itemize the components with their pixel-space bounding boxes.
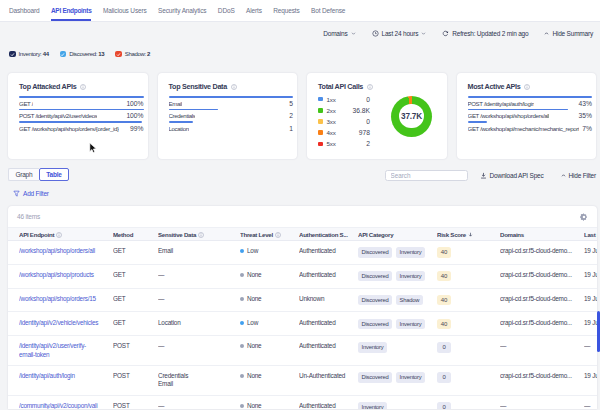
column-header-last-u[interactable]: Last u [584, 231, 597, 238]
table-row: /community/api/v2/coupon/valiPOST—NoneAu… [8, 396, 597, 409]
cell-api-endpoint[interactable]: /identity/api/v2/vehicle/vehicles [19, 312, 113, 335]
category-badges: DiscoveredInventory [358, 319, 433, 329]
summary-card-top-sensitive-data: Top Sensitive DataEmail5Credentials2Loca… [158, 73, 298, 159]
hide-filter-toggle[interactable]: Hide Filter [561, 172, 596, 179]
table-body: /workshop/api/shop/orders/allGETEmailLow… [8, 241, 597, 409]
sensitive-data-item: Email [158, 247, 236, 255]
cell-api-endpoint[interactable]: /identity/api/auth/login [19, 366, 113, 395]
cell-api-endpoint[interactable]: /workshop/api/shop/orders/15 [19, 289, 113, 312]
filter-checkbox-shadow[interactable]: Shadow: 2 [115, 51, 150, 58]
filter-checkbox-inventory[interactable]: Inventory: 44 [9, 51, 49, 58]
time-range-label: Last 24 hours [382, 30, 419, 37]
column-header-risk-score[interactable]: Risk Score [437, 231, 500, 238]
cell-api-endpoint[interactable]: /workshop/api/shop/orders/all [19, 241, 113, 264]
search-input[interactable] [385, 170, 468, 181]
cell-threat-level: None [240, 289, 299, 312]
page-toolbar: Domains Last 24 hours Refresh: Updated 2… [0, 22, 600, 44]
cell-domains: — [500, 396, 584, 409]
category-badge-inventory: Inventory [358, 402, 387, 409]
card-bar-row: GET /workshop/api/shop/orders/{order_id}… [19, 121, 144, 132]
cell-api-endpoint[interactable]: /workshop/api/shop/products [19, 265, 113, 288]
category-badges: DiscoveredInventory [358, 247, 433, 257]
nav-tab-ddos[interactable]: DDoS [218, 0, 235, 22]
last-updated-value: 19 Jul [584, 271, 597, 278]
bar-fill [169, 109, 219, 111]
refresh-button[interactable]: Refresh: Updated 2 min ago [442, 30, 528, 37]
column-header-label: Domains [500, 231, 524, 238]
legend-label: 5xx [327, 140, 336, 147]
card-title: Most Active APIs [468, 82, 521, 91]
filter-checkbox-discovered[interactable]: Discovered: 13 [60, 51, 105, 58]
bar-item-value: 7% [582, 125, 592, 132]
category-badges: DiscoveredInventory [358, 372, 433, 382]
bar-item-value: 35% [579, 112, 592, 119]
table-row: /workshop/api/shop/productsGET—NoneAuthe… [8, 265, 597, 289]
hide-summary-toggle[interactable]: Hide Summary [544, 30, 593, 37]
domains-dropdown[interactable]: Domains [323, 30, 355, 37]
cell-api-category: DiscoveredInventory [358, 366, 437, 395]
nav-tab-api-endpoints[interactable]: API Endpoints [51, 0, 92, 22]
category-badge-inventory: Inventory [396, 372, 425, 382]
cell-domains: crapi-cd.sr.f5-cloud-demo... [500, 241, 584, 264]
cell-last-updated: 19 Jul [584, 289, 597, 312]
download-icon [480, 172, 487, 179]
nav-tab-dashboard[interactable]: Dashboard [9, 0, 39, 22]
cell-risk-score: 0 [437, 366, 500, 395]
column-header-authentication-s-[interactable]: Authentication S... [299, 231, 358, 238]
table-items-bar: 46 items [8, 206, 597, 227]
card-bar-row: POST /identity/api/v2/user/videos100% [19, 109, 144, 120]
filter-funnel-icon [13, 190, 20, 197]
bar-label-row: POST /identity/api/v2/user/videos100% [19, 112, 144, 119]
nav-tab-malicious-users[interactable]: Malicious Users [103, 0, 147, 22]
bar-track [468, 109, 593, 111]
nav-tab-security-analytics[interactable]: Security Analytics [158, 0, 206, 22]
category-badge-discovered: Discovered [358, 372, 392, 382]
cell-domains: crapi-cd.sr.f5-cloud-demo... [500, 366, 584, 395]
nav-tab-requests[interactable]: Requests [273, 0, 299, 22]
domain-value: — [500, 342, 506, 349]
cell-sensitive-data: Email [158, 241, 240, 264]
column-header-sensitive-data[interactable]: Sensitive Data [158, 231, 240, 238]
column-header-api-category[interactable]: API Category [358, 231, 437, 238]
card-bar-list: POST /identity/api/auth/login43%GET /wor… [468, 96, 593, 132]
legend-entry-1xx: 1xx0 [318, 94, 370, 105]
card-bar-row: GET /workshop/api/mechanic/mechanic_repo… [468, 121, 593, 132]
vertical-scrollbar-thumb[interactable] [597, 311, 600, 352]
last-updated-value: 19 Jul [584, 295, 597, 302]
card-bar-row: GET /100% [19, 96, 144, 107]
threat-level-dot [240, 321, 244, 325]
cell-sensitive-data: — [158, 396, 240, 409]
add-filter-button[interactable]: Add Filter [13, 189, 59, 198]
cell-api-endpoint[interactable]: /community/api/v2/coupon/vali [19, 396, 113, 409]
category-badges: Inventory [358, 402, 433, 409]
column-header-method[interactable]: Method [113, 231, 158, 238]
cell-last-updated: 19 Jul [584, 312, 597, 335]
column-header-domains[interactable]: Domains [500, 231, 584, 238]
cell-api-endpoint[interactable]: /identity/api/v2/user/verify-email-token [19, 336, 113, 365]
table-view-button[interactable]: Table [39, 168, 69, 181]
cell-last-updated: 19 Jul [584, 265, 597, 288]
nav-tab-bot-defense[interactable]: Bot Defense [311, 0, 345, 22]
domain-value: crapi-cd.sr.f5-cloud-demo... [500, 319, 572, 326]
cell-sensitive-data: — [158, 336, 240, 365]
cell-risk-score: 40 [437, 312, 500, 335]
chevron-down-icon [421, 31, 426, 36]
graph-view-button[interactable]: Graph [8, 168, 39, 181]
filter-count: 2 [147, 51, 150, 57]
cell-domains: — [500, 336, 584, 365]
cell-api-category: Inventory [358, 396, 437, 409]
cell-sensitive-data: — [158, 265, 240, 288]
category-badge-shadow: Shadow [396, 295, 423, 305]
category-badge-inventory: Inventory [396, 319, 425, 329]
table-settings-gear-icon[interactable] [580, 213, 588, 221]
column-header-api-endpoint[interactable]: API Endpoint [19, 231, 113, 238]
column-header-threat-level[interactable]: Threat Level [240, 231, 299, 238]
column-header-label: Last u [584, 231, 597, 238]
nav-tab-alerts[interactable]: Alerts [246, 0, 262, 22]
filter-label: Shadow: 2 [125, 51, 150, 57]
download-api-spec-button[interactable]: Download API Spec [480, 172, 544, 179]
cell-threat-level: None [240, 336, 299, 365]
chevron-up-icon [544, 31, 549, 36]
bar-fill [19, 96, 144, 98]
time-range-dropdown[interactable]: Last 24 hours [372, 30, 427, 37]
